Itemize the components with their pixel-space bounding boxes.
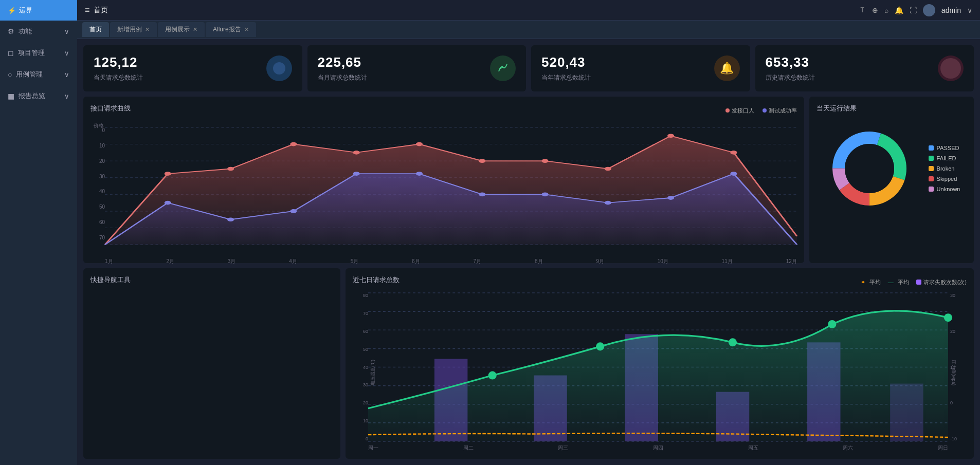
legend-icon-1: ✦ bbox=[861, 279, 865, 286]
hamburger-icon[interactable]: ≡ bbox=[85, 6, 89, 15]
y-left-title: 电压温度(℃) bbox=[370, 360, 376, 385]
stat-card-historical: 653,33 历史请求总数统计 bbox=[755, 45, 974, 91]
svg-point-51 bbox=[596, 342, 604, 350]
svg-point-13 bbox=[416, 142, 423, 146]
stat-value-historical: 653,33 bbox=[766, 54, 815, 70]
legend-skipped: Skipped bbox=[929, 176, 960, 182]
charts-row: 接口请求曲线 发接口人 测试成功率 706050403 bbox=[83, 97, 974, 263]
svg-point-50 bbox=[488, 371, 497, 380]
stat-info-yearly: 520,43 当年请求总数统计 bbox=[541, 54, 591, 82]
tab-newcase[interactable]: 新增用例 ✕ bbox=[110, 22, 157, 37]
legend-dot-2 bbox=[763, 108, 767, 113]
tab-caseshow[interactable]: 用例展示 ✕ bbox=[158, 22, 205, 37]
donut-legend: PASSED FAILED Broken Skipped bbox=[929, 145, 960, 192]
legend-dot-1 bbox=[725, 108, 730, 113]
legend-icon-2: — bbox=[888, 279, 894, 285]
donut-container: PASSED FAILED Broken Skipped bbox=[816, 117, 967, 220]
label-skipped: Skipped bbox=[937, 176, 957, 182]
legend-label-1: 发接口人 bbox=[732, 107, 754, 115]
feature-icon: ⚙ bbox=[8, 27, 14, 35]
label-failed: FAILED bbox=[937, 155, 956, 161]
bell-stat-icon: 🔔 bbox=[720, 62, 734, 75]
tab-caseshow-close[interactable]: ✕ bbox=[193, 26, 197, 33]
recent-legend-label-1: 平均 bbox=[869, 278, 881, 286]
svg-point-16 bbox=[605, 167, 611, 171]
fullscreen-icon[interactable]: ⛶ bbox=[910, 6, 917, 14]
stat-label-yearly: 当年请求总数统计 bbox=[541, 73, 591, 82]
svg-point-34 bbox=[845, 144, 894, 193]
search-icon[interactable]: ⌕ bbox=[884, 6, 888, 14]
svg-point-53 bbox=[828, 320, 836, 328]
recent-legend-2: — 平均 bbox=[888, 278, 909, 286]
tab-home-label: 首页 bbox=[89, 25, 102, 34]
stat-label-historical: 历史请求总数统计 bbox=[766, 73, 815, 82]
tab-home[interactable]: 首页 bbox=[82, 22, 109, 37]
recent-chart-area: 01020304050607080 -100102030 bbox=[353, 293, 967, 452]
y-right-title: 压力值(Mpa) bbox=[950, 359, 957, 385]
svg-point-24 bbox=[479, 193, 485, 197]
font-icon[interactable]: Ｔ bbox=[859, 6, 866, 15]
request-curve-title: 接口请求曲线 bbox=[90, 104, 131, 113]
stat-label-monthly: 当月请求总数统计 bbox=[318, 73, 367, 82]
earth-icon[interactable]: ⊕ bbox=[872, 6, 878, 14]
stat-info-historical: 653,33 历史请求总数统计 bbox=[766, 54, 815, 82]
svg-point-17 bbox=[667, 134, 674, 138]
svg-point-22 bbox=[353, 172, 360, 176]
daily-result-title: 当天运行结果 bbox=[816, 104, 967, 113]
request-curve-box: 接口请求曲线 发接口人 测试成功率 706050403 bbox=[83, 97, 804, 263]
recent-legend-1: ✦ 平均 bbox=[861, 278, 881, 286]
y-axis-title: 价格 bbox=[94, 122, 104, 129]
recent-legend-3: 请求失败次数(次) bbox=[916, 278, 967, 286]
bell-icon[interactable]: 🔔 bbox=[895, 6, 903, 14]
svg-point-10 bbox=[227, 167, 234, 171]
sidebar-item-feature[interactable]: ⚙ 功能 ∨ bbox=[0, 21, 77, 42]
sidebar-item-report[interactable]: ▦ 报告总览 ∨ bbox=[0, 85, 77, 107]
stat-value-daily: 125,12 bbox=[94, 54, 143, 70]
svg-point-52 bbox=[729, 338, 737, 346]
sidebar-label-report: 报告总览 bbox=[19, 91, 45, 101]
topbar-right: Ｔ ⊕ ⌕ 🔔 ⛶ admin ∨ bbox=[859, 4, 972, 16]
main-area: ≡ 首页 Ｔ ⊕ ⌕ 🔔 ⛶ admin ∨ 首页 新增用例 ✕ 用例展示 ✕ … bbox=[77, 0, 980, 465]
sidebar-label-project: 项目管理 bbox=[18, 48, 45, 58]
recent-svg-container bbox=[368, 293, 948, 441]
svg-point-18 bbox=[730, 151, 737, 155]
quick-nav-box: 快捷导航工具 bbox=[83, 268, 340, 459]
arrow-icon-2: ∨ bbox=[64, 49, 69, 57]
y-left-labels: 01020304050607080 bbox=[353, 293, 368, 441]
logo-text: 运界 bbox=[19, 6, 32, 15]
sidebar-label-case: 用例管理 bbox=[16, 70, 43, 79]
svg-point-0 bbox=[273, 62, 285, 75]
legend-dot-3 bbox=[916, 280, 921, 285]
sidebar-item-case[interactable]: ○ 用例管理 ∨ bbox=[0, 64, 77, 85]
area-chart-container: 706050403020100 价格 bbox=[90, 117, 797, 256]
svg-point-23 bbox=[416, 172, 423, 176]
bottom-row: 快捷导航工具 近七日请求总数 ✦ 平均 — 平均 bbox=[83, 268, 974, 459]
stat-cards-row: 125,12 当天请求总数统计 225,65 当月请求总数统计 520,43 bbox=[83, 45, 974, 91]
avatar[interactable] bbox=[923, 4, 935, 16]
stat-info-daily: 125,12 当天请求总数统计 bbox=[94, 54, 143, 82]
tab-allure-close[interactable]: ✕ bbox=[244, 26, 249, 33]
stat-card-yearly: 520,43 当年请求总数统计 🔔 bbox=[531, 45, 750, 91]
arrow-icon-3: ∨ bbox=[64, 71, 69, 79]
sidebar-item-project[interactable]: ◻ 项目管理 ∨ bbox=[0, 42, 77, 64]
project-icon: ◻ bbox=[8, 49, 14, 57]
stat-value-monthly: 225,65 bbox=[318, 54, 367, 70]
topbar-left: ≡ 首页 bbox=[85, 6, 108, 15]
user-arrow[interactable]: ∨ bbox=[967, 6, 972, 14]
tab-allure[interactable]: Allure报告 ✕ bbox=[206, 22, 256, 37]
svg-point-28 bbox=[730, 172, 737, 176]
stat-card-monthly: 225,65 当月请求总数统计 bbox=[307, 45, 527, 91]
legend-failed: FAILED bbox=[929, 155, 960, 161]
tab-allure-label: Allure报告 bbox=[213, 25, 241, 34]
topbar: ≡ 首页 Ｔ ⊕ ⌕ 🔔 ⛶ admin ∨ bbox=[77, 0, 980, 21]
dot-passed bbox=[929, 145, 934, 151]
tab-caseshow-label: 用例展示 bbox=[165, 25, 190, 34]
quick-nav-content bbox=[90, 289, 333, 366]
arrow-icon: ∨ bbox=[64, 28, 69, 35]
legend-item-1: 发接口人 bbox=[725, 107, 754, 115]
sidebar-label-feature: 功能 bbox=[19, 27, 32, 36]
label-broken: Broken bbox=[937, 165, 955, 172]
x-axis-labels: 1月2月3月4月5月6月7月8月9月10月11月12月 bbox=[105, 258, 797, 265]
label-unknown: Unknown bbox=[937, 186, 960, 192]
tab-newcase-close[interactable]: ✕ bbox=[145, 26, 150, 33]
